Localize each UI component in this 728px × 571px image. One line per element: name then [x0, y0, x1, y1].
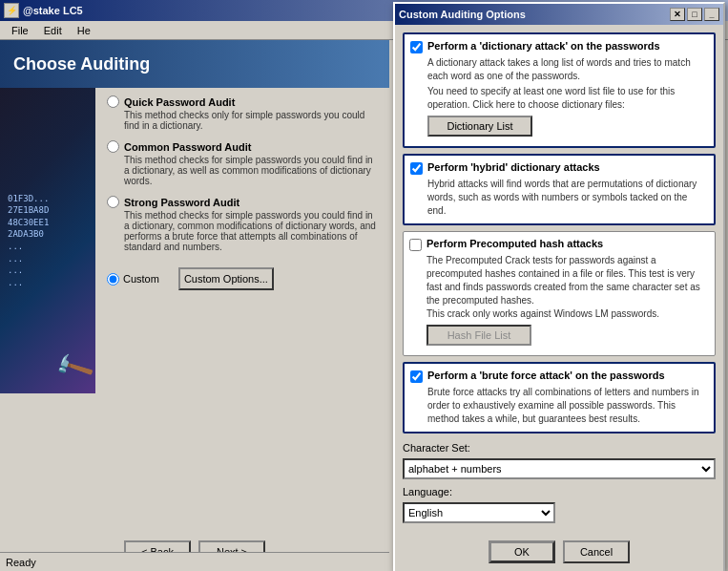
ok-button[interactable]: OK — [489, 540, 555, 563]
menu-file[interactable]: File — [4, 23, 36, 38]
precomputed-checkbox[interactable] — [409, 239, 422, 251]
dictionary-check-row: Perform a 'dictionary attack' on the pas… — [410, 40, 708, 53]
custom-auditing-dialog: Custom Auditing Options ✕ □ _ Perform a … — [393, 2, 725, 571]
banner-hex: 01F3D...27E1BA8D48C30EE12ADA3B0.........… — [8, 193, 49, 289]
character-set-select-container: alphabet + numbers alphabet only numbers… — [403, 456, 716, 483]
character-set-row: Character Set: — [403, 439, 716, 456]
banner-area: 01F3D...27E1BA8D48C30EE12ADA3B0.........… — [0, 88, 389, 393]
left-panel: Choose Auditing 01F3D...27E1BA8D48C30EE1… — [0, 40, 389, 571]
options-panel: Quick Password Audit This method checks … — [95, 88, 389, 393]
custom-label: Custom — [123, 273, 159, 285]
quick-audit-radio[interactable] — [107, 95, 119, 108]
dictionary-desc2: You need to specify at least one word li… — [427, 85, 708, 112]
common-audit-label: Common Password Audit — [124, 141, 251, 153]
strong-audit-label: Strong Password Audit — [124, 197, 239, 208]
banner-image: 01F3D...27E1BA8D48C30EE12ADA3B0.........… — [0, 88, 95, 393]
cancel-button[interactable]: Cancel — [563, 540, 630, 563]
dictionary-list-button[interactable]: Dictionary List — [427, 116, 532, 137]
dialog-content: Perform a 'dictionary attack' on the pas… — [395, 25, 723, 535]
dialog-min-btn[interactable]: _ — [704, 8, 719, 21]
dictionary-title: Perform a 'dictionary attack' on the pas… — [427, 40, 660, 52]
dictionary-desc1: A dictionary attack takes a long list of… — [427, 56, 708, 83]
precomputed-desc: The Precomputed Crack tests for password… — [426, 254, 709, 321]
custom-options-button[interactable]: Custom Options... — [178, 267, 274, 290]
panel-header: Choose Auditing — [0, 40, 389, 88]
brute-force-check-row: Perform a 'brute force attack' on the pa… — [410, 370, 708, 383]
precomputed-title: Perform Precomputed hash attacks — [426, 238, 603, 249]
language-row: Language: — [403, 483, 716, 500]
dialog-title: Custom Auditing Options — [399, 9, 668, 20]
common-audit-desc: This method checks for simple passwords … — [124, 155, 378, 186]
character-set-label: Character Set: — [403, 442, 470, 454]
dialog-title-bar: Custom Auditing Options ✕ □ _ — [395, 4, 723, 25]
custom-row: Custom Custom Options... — [107, 262, 378, 296]
language-label: Language: — [403, 486, 452, 497]
quick-audit-desc: This method checks only for simple passw… — [124, 110, 378, 131]
brute-force-desc: Brute force attacks try all combinations… — [427, 386, 708, 426]
main-window: ⚡ @stake LC5 _ □ ✕ File Edit He Choose A… — [0, 0, 728, 571]
precomputed-section: Perform Precomputed hash attacks The Pre… — [403, 231, 716, 356]
hybrid-checkbox[interactable] — [410, 162, 423, 175]
app-icon: ⚡ — [4, 3, 19, 18]
hybrid-section: Perform 'hybrid' dictionary attacks Hybr… — [403, 154, 716, 225]
hybrid-desc: Hybrid attacks will find words that are … — [427, 178, 708, 218]
dialog-overlay: Custom Auditing Options ✕ □ _ Perform a … — [391, 0, 728, 571]
dictionary-checkbox[interactable] — [410, 41, 423, 53]
quick-audit-option: Quick Password Audit This method checks … — [107, 95, 378, 131]
panel-title: Choose Auditing — [13, 54, 150, 74]
dialog-max-btn[interactable]: □ — [687, 8, 702, 21]
brute-force-section: Perform a 'brute force attack' on the pa… — [403, 362, 716, 434]
language-select[interactable]: English French German Spanish — [403, 502, 555, 523]
strong-audit-radio[interactable] — [107, 196, 119, 208]
hybrid-check-row: Perform 'hybrid' dictionary attacks — [410, 161, 708, 175]
menu-edit[interactable]: Edit — [36, 23, 70, 38]
strong-audit-desc: This method checks for simple passwords … — [124, 210, 378, 252]
language-select-container: English French German Spanish — [403, 500, 716, 527]
brute-force-title: Perform a 'brute force attack' on the pa… — [427, 370, 665, 381]
hybrid-title: Perform 'hybrid' dictionary attacks — [427, 161, 600, 173]
hammer-icon: 🔨 — [52, 346, 95, 390]
brute-force-checkbox[interactable] — [410, 370, 423, 383]
dialog-close-btn[interactable]: ✕ — [670, 8, 685, 21]
custom-radio[interactable] — [107, 273, 119, 286]
status-text: Ready — [6, 557, 36, 568]
strong-audit-option: Strong Password Audit This method checks… — [107, 196, 378, 252]
common-audit-option: Common Password Audit This method checks… — [107, 140, 378, 186]
status-bar: Ready — [0, 552, 389, 571]
dialog-footer: OK Cancel — [395, 535, 723, 571]
dictionary-section: Perform a 'dictionary attack' on the pas… — [403, 32, 716, 148]
character-set-select[interactable]: alphabet + numbers alphabet only numbers… — [403, 458, 716, 479]
menu-help[interactable]: He — [70, 23, 98, 38]
precomputed-check-row: Perform Precomputed hash attacks — [409, 238, 709, 251]
hash-file-list-button: Hash File List — [426, 325, 531, 346]
quick-audit-label: Quick Password Audit — [124, 96, 235, 108]
common-audit-radio[interactable] — [107, 140, 119, 153]
